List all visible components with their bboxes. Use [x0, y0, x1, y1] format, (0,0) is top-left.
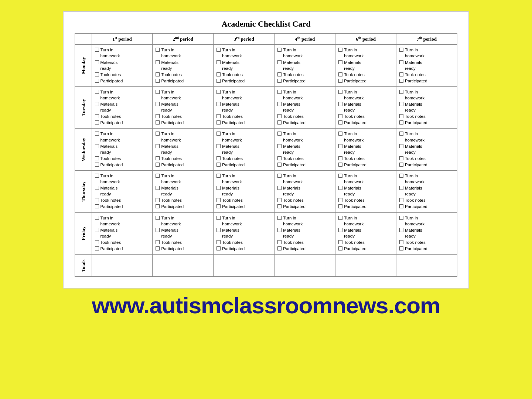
checkbox-participated[interactable] [216, 120, 221, 125]
checklist-item-turnin[interactable]: Turn inhomework [95, 47, 150, 59]
checklist-item-tooknotes[interactable]: Took notes [95, 239, 150, 245]
checkbox-tooknotes[interactable] [399, 156, 403, 160]
checkbox-tooknotes[interactable] [216, 72, 221, 76]
checkbox-tooknotes[interactable] [156, 72, 160, 76]
checkbox-turnin[interactable] [277, 90, 282, 94]
checkbox-tooknotes[interactable] [216, 198, 221, 202]
checkbox-materials[interactable] [277, 228, 282, 232]
checklist-item-participated[interactable]: Participated [156, 204, 210, 209]
checkbox-tooknotes[interactable] [216, 156, 221, 160]
checklist-item-materials[interactable]: Materialsready [216, 59, 271, 71]
checklist-item-participated[interactable]: Participated [216, 204, 271, 209]
checklist-item-turnin[interactable]: Turn inhomework [277, 173, 332, 185]
checklist-item-participated[interactable]: Participated [338, 162, 393, 168]
checklist-item-turnin[interactable]: Turn inhomework [216, 215, 271, 227]
checkbox-turnin[interactable] [338, 216, 342, 220]
checklist-item-participated[interactable]: Participated [216, 246, 271, 252]
checklist-item-participated[interactable]: Participated [399, 246, 454, 252]
checkbox-participated[interactable] [399, 79, 403, 83]
checkbox-tooknotes[interactable] [95, 156, 99, 160]
checklist-item-materials[interactable]: Materialsready [156, 143, 210, 155]
checkbox-tooknotes[interactable] [216, 240, 221, 244]
checkbox-turnin[interactable] [277, 174, 282, 178]
checkbox-tooknotes[interactable] [277, 72, 282, 76]
checkbox-turnin[interactable] [399, 132, 403, 136]
checklist-item-tooknotes[interactable]: Took notes [277, 113, 332, 119]
checkbox-turnin[interactable] [95, 174, 99, 178]
checklist-item-materials[interactable]: Materialsready [95, 185, 150, 197]
checklist-item-participated[interactable]: Participated [277, 162, 332, 168]
checkbox-turnin[interactable] [338, 132, 342, 136]
checkbox-participated[interactable] [399, 120, 403, 125]
checklist-item-participated[interactable]: Participated [399, 78, 454, 84]
checklist-item-materials[interactable]: Materialsready [95, 59, 150, 71]
checklist-item-materials[interactable]: Materialsready [156, 101, 210, 113]
checklist-item-turnin[interactable]: Turn inhomework [156, 131, 210, 143]
checkbox-participated[interactable] [156, 120, 160, 125]
checklist-item-materials[interactable]: Materialsready [95, 143, 150, 155]
checkbox-turnin[interactable] [156, 48, 160, 52]
checkbox-materials[interactable] [399, 102, 403, 106]
checklist-item-materials[interactable]: Materialsready [277, 143, 332, 155]
checkbox-materials[interactable] [338, 60, 342, 64]
checklist-item-turnin[interactable]: Turn inhomework [399, 215, 454, 227]
checkbox-materials[interactable] [216, 186, 221, 190]
checklist-item-materials[interactable]: Materialsready [277, 227, 332, 239]
checkbox-turnin[interactable] [277, 216, 282, 220]
checkbox-tooknotes[interactable] [338, 114, 342, 118]
checklist-item-materials[interactable]: Materialsready [338, 143, 393, 155]
checkbox-participated[interactable] [338, 204, 342, 208]
checkbox-tooknotes[interactable] [399, 240, 403, 244]
checkbox-tooknotes[interactable] [338, 240, 342, 244]
checkbox-turnin[interactable] [156, 132, 160, 136]
checklist-item-tooknotes[interactable]: Took notes [95, 113, 150, 119]
checklist-item-tooknotes[interactable]: Took notes [338, 72, 393, 78]
checkbox-turnin[interactable] [216, 48, 221, 52]
checklist-item-tooknotes[interactable]: Took notes [277, 72, 332, 78]
checklist-item-participated[interactable]: Participated [95, 78, 150, 84]
checkbox-participated[interactable] [338, 246, 342, 250]
checkbox-tooknotes[interactable] [338, 198, 342, 202]
checkbox-materials[interactable] [95, 144, 99, 148]
checklist-item-tooknotes[interactable]: Took notes [338, 156, 393, 161]
checklist-item-turnin[interactable]: Turn inhomework [277, 47, 332, 59]
checklist-item-turnin[interactable]: Turn inhomework [156, 215, 210, 227]
checkbox-materials[interactable] [156, 102, 160, 106]
checklist-item-turnin[interactable]: Turn inhomework [338, 215, 393, 227]
checklist-item-turnin[interactable]: Turn inhomework [95, 215, 150, 227]
checklist-item-tooknotes[interactable]: Took notes [156, 72, 210, 78]
checkbox-materials[interactable] [156, 60, 160, 64]
checklist-item-materials[interactable]: Materialsready [277, 185, 332, 197]
checklist-item-turnin[interactable]: Turn inhomework [277, 215, 332, 227]
checklist-item-participated[interactable]: Participated [156, 120, 210, 126]
checkbox-turnin[interactable] [216, 90, 221, 94]
checklist-item-participated[interactable]: Participated [156, 246, 210, 252]
checklist-item-participated[interactable]: Participated [277, 246, 332, 252]
checkbox-materials[interactable] [216, 228, 221, 232]
checkbox-turnin[interactable] [216, 174, 221, 178]
checklist-item-materials[interactable]: Materialsready [216, 227, 271, 239]
checkbox-participated[interactable] [156, 79, 160, 83]
checklist-item-tooknotes[interactable]: Took notes [338, 239, 393, 245]
checkbox-materials[interactable] [95, 186, 99, 190]
checkbox-materials[interactable] [95, 228, 99, 232]
checklist-item-turnin[interactable]: Turn inhomework [95, 89, 150, 101]
checklist-item-materials[interactable]: Materialsready [156, 185, 210, 197]
checklist-item-tooknotes[interactable]: Took notes [95, 197, 150, 203]
checkbox-turnin[interactable] [216, 216, 221, 220]
checkbox-turnin[interactable] [338, 48, 342, 52]
checkbox-turnin[interactable] [399, 216, 403, 220]
checklist-item-materials[interactable]: Materialsready [338, 59, 393, 71]
checkbox-materials[interactable] [338, 102, 342, 106]
checklist-item-tooknotes[interactable]: Took notes [216, 197, 271, 203]
checklist-item-participated[interactable]: Participated [338, 120, 393, 126]
checklist-item-tooknotes[interactable]: Took notes [156, 156, 210, 161]
checkbox-tooknotes[interactable] [95, 114, 99, 118]
checkbox-materials[interactable] [338, 186, 342, 190]
checklist-item-materials[interactable]: Materialsready [216, 185, 271, 197]
checkbox-participated[interactable] [277, 204, 282, 208]
checkbox-participated[interactable] [95, 79, 99, 83]
checkbox-turnin[interactable] [399, 48, 403, 52]
checkbox-materials[interactable] [277, 186, 282, 190]
checkbox-participated[interactable] [338, 79, 342, 83]
